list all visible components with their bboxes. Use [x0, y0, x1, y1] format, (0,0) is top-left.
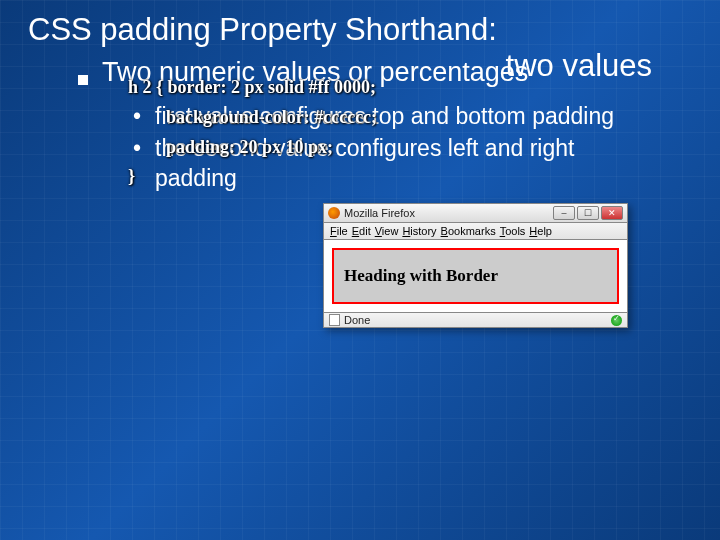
- code-line-2: background-color: #cccccc;: [128, 103, 377, 133]
- menu-file[interactable]: File: [330, 225, 348, 237]
- menu-help[interactable]: Help: [529, 225, 552, 237]
- code-line-1: h 2 { border: 2 px solid #ff 0000;: [128, 77, 376, 97]
- menu-history[interactable]: History: [402, 225, 436, 237]
- close-button[interactable]: ✕: [601, 206, 623, 220]
- status-text: Done: [344, 314, 370, 326]
- menu-tools[interactable]: Tools: [500, 225, 526, 237]
- done-check-icon: [611, 315, 622, 326]
- code-line-3: padding: 20 px 10 px;: [128, 133, 377, 163]
- browser-window: Mozilla Firefox – ☐ ✕ File Edit View His…: [323, 203, 628, 328]
- title-line-1: CSS padding Property Shorthand:: [28, 12, 497, 47]
- window-controls: – ☐ ✕: [553, 206, 623, 220]
- code-line-4: }: [128, 166, 135, 186]
- menu-view[interactable]: View: [375, 225, 399, 237]
- browser-statusbar: Done: [323, 313, 628, 328]
- menu-bookmarks[interactable]: Bookmarks: [441, 225, 496, 237]
- firefox-icon: [328, 207, 340, 219]
- browser-titlebar: Mozilla Firefox – ☐ ✕: [323, 203, 628, 223]
- minimize-button[interactable]: –: [553, 206, 575, 220]
- rendered-heading: Heading with Border: [332, 248, 619, 304]
- css-code-block: h 2 { border: 2 px solid #ff 0000; backg…: [128, 73, 377, 192]
- maximize-button[interactable]: ☐: [577, 206, 599, 220]
- browser-content: Heading with Border: [323, 240, 628, 313]
- menu-edit[interactable]: Edit: [352, 225, 371, 237]
- square-bullet-icon: [78, 75, 88, 85]
- browser-app-name: Mozilla Firefox: [344, 207, 415, 219]
- browser-menubar: File Edit View History Bookmarks Tools H…: [323, 223, 628, 240]
- page-icon: [329, 314, 340, 326]
